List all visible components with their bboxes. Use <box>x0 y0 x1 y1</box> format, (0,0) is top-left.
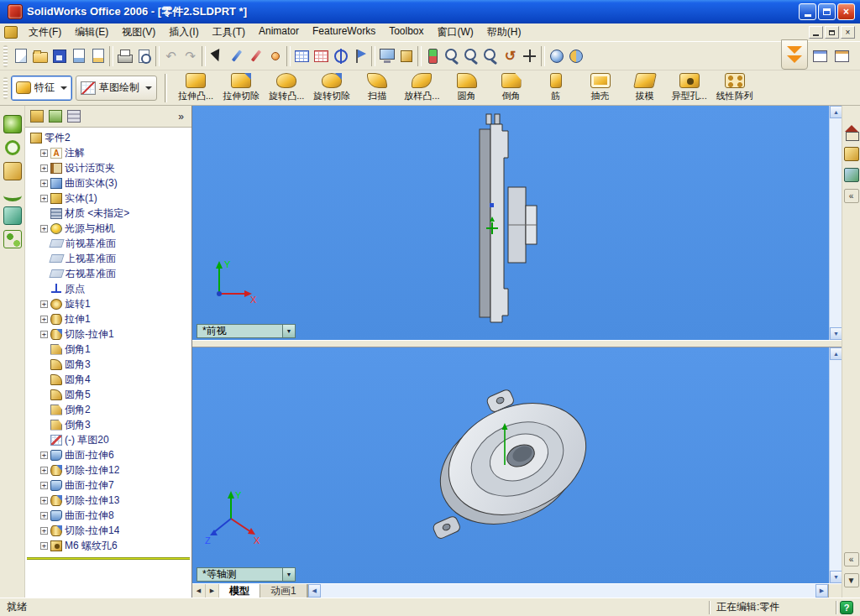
expander-icon[interactable] <box>40 421 48 429</box>
feature-button[interactable]: 放样凸... <box>401 72 443 103</box>
zoom-fit-icon[interactable] <box>443 46 462 66</box>
tab-animation1[interactable]: 动画1 <box>260 584 307 598</box>
texture-icon[interactable] <box>844 168 859 182</box>
rotate-view-icon[interactable] <box>501 46 520 66</box>
fillet-surface-tool-icon[interactable] <box>3 206 22 225</box>
feature-button[interactable]: 拉伸凸... <box>175 72 217 103</box>
expander-icon[interactable]: + <box>40 164 48 172</box>
tree-item[interactable]: 倒角2 <box>25 402 191 417</box>
chevron-down-icon[interactable] <box>145 86 152 90</box>
tab-model[interactable]: 模型 <box>219 584 260 598</box>
view-orientation-combo[interactable]: *等轴测 ▼ <box>197 567 296 582</box>
expander-icon[interactable]: + <box>40 300 48 308</box>
view-orientation-icon[interactable] <box>377 46 396 66</box>
mdi-restore-button[interactable] <box>825 26 839 39</box>
chevron-down-icon[interactable]: ▼ <box>282 325 295 337</box>
expander-icon[interactable]: + <box>40 149 48 157</box>
view-orientation-combo[interactable]: *前视 ▼ <box>197 324 296 338</box>
zoom-in-out-icon[interactable] <box>481 46 501 66</box>
menu-item[interactable]: FeatureWorks <box>306 23 382 41</box>
tree-item[interactable]: + 曲面实体(3) <box>25 175 191 191</box>
toolbar-drag-handle[interactable] <box>3 77 8 99</box>
expander-icon[interactable]: + <box>40 225 48 232</box>
scroll-up-icon[interactable]: ▲ <box>830 106 842 118</box>
new-document-icon[interactable] <box>11 46 30 66</box>
tree-item[interactable]: + 拉伸1 <box>25 311 191 326</box>
tree-item[interactable]: + 旋转1 <box>25 296 191 311</box>
feature-button[interactable]: 扫描 <box>356 72 398 103</box>
tree-item[interactable]: + M6 螺纹孔6 <box>25 538 191 553</box>
tree-item[interactable]: + 实体(1) <box>25 191 191 206</box>
viewport-scrollbar[interactable]: ▲ ▼ <box>829 347 842 583</box>
expander-icon[interactable] <box>40 270 48 278</box>
feature-button[interactable]: 异型孔... <box>669 72 711 103</box>
scroll-up-icon[interactable]: ▲ <box>830 347 842 360</box>
tree-item[interactable]: + 曲面-拉伸6 <box>25 447 191 462</box>
tree-item[interactable]: + 设计活页夹 <box>25 160 191 175</box>
display-style-icon[interactable] <box>396 46 416 66</box>
tree-item[interactable]: + 切除-拉伸1 <box>25 326 191 342</box>
minimize-button[interactable] <box>799 3 816 20</box>
viewport-isometric[interactable]: Y X Z *等轴测 ▼ ▲ ▼ <box>192 347 842 583</box>
menu-item[interactable]: Animator <box>252 23 306 41</box>
expander-icon[interactable]: + <box>40 452 48 459</box>
dimension-icon[interactable] <box>246 46 265 66</box>
sketch-icon[interactable] <box>227 46 246 66</box>
tree-item[interactable]: + 光源与相机 <box>25 221 191 236</box>
feature-button[interactable]: 线性阵列 <box>713 72 757 103</box>
tab-scroll-left-icon[interactable]: ◀ <box>192 584 206 598</box>
section-view-icon[interactable] <box>566 46 585 66</box>
task-pane-window-icon[interactable] <box>810 46 830 66</box>
appearance-icon[interactable] <box>844 147 859 161</box>
expander-icon[interactable]: + <box>40 542 48 550</box>
make-assembly-icon[interactable] <box>88 46 108 66</box>
expander-icon[interactable] <box>40 391 48 399</box>
mdi-minimize-button[interactable] <box>809 26 823 39</box>
scroll-down-icon[interactable]: ▼ <box>830 327 842 340</box>
save-icon[interactable] <box>50 46 69 66</box>
menu-item[interactable]: 文件(F) <box>22 23 68 41</box>
tree-item[interactable]: 前视基准面 <box>25 236 191 251</box>
collapse-chevron-icon[interactable]: « <box>844 552 859 566</box>
expander-icon[interactable] <box>40 406 48 414</box>
tree-item[interactable]: (-) 草图20 <box>25 432 191 447</box>
tab-scroll-right-icon[interactable]: ▶ <box>206 584 219 598</box>
featuremanager-tab-icon[interactable] <box>30 110 44 123</box>
feature-button[interactable]: 抽壳 <box>579 72 621 103</box>
tree-item[interactable]: + 切除-拉伸14 <box>25 523 191 538</box>
point-icon[interactable] <box>265 46 285 66</box>
feature-button[interactable]: 筋 <box>535 72 577 103</box>
features-tab-button[interactable]: 特征 <box>11 76 72 101</box>
expander-icon[interactable]: + <box>40 527 48 535</box>
menu-item[interactable]: 帮助(H) <box>480 23 528 41</box>
tree-item[interactable]: 圆角3 <box>25 357 191 372</box>
equations-icon[interactable] <box>312 46 331 66</box>
propertymanager-tab-icon[interactable] <box>49 110 62 123</box>
tree-item[interactable]: + 切除-拉伸12 <box>25 462 191 478</box>
feature-button[interactable]: 拉伸切除 <box>219 72 263 103</box>
expander-icon[interactable]: + <box>40 316 48 323</box>
spline-tool-icon[interactable] <box>3 115 22 133</box>
make-drawing-icon[interactable] <box>69 46 88 66</box>
tree-item[interactable]: + 注解 <box>25 145 191 160</box>
chevron-down-icon[interactable]: ▼ <box>282 568 295 581</box>
tree-item[interactable]: + 曲面-拉伸7 <box>25 478 191 493</box>
expander-icon[interactable] <box>40 436 48 444</box>
menu-item[interactable]: 窗口(W) <box>431 23 480 41</box>
expander-icon[interactable] <box>40 210 48 217</box>
selection-filter-icon[interactable] <box>331 46 350 66</box>
close-button[interactable]: × <box>837 3 855 20</box>
expander-icon[interactable]: + <box>40 482 48 489</box>
expander-icon[interactable] <box>40 361 48 368</box>
configurationmanager-tab-icon[interactable] <box>67 110 81 123</box>
expander-icon[interactable] <box>40 285 48 293</box>
feature-button[interactable]: 圆角 <box>446 72 488 103</box>
expander-icon[interactable] <box>40 240 48 248</box>
expander-icon[interactable]: + <box>40 497 48 504</box>
zoom-area-icon[interactable] <box>462 46 481 66</box>
feature-button[interactable]: 倒角 <box>490 72 532 103</box>
rebuild-icon[interactable] <box>423 46 443 66</box>
tree-item[interactable]: + 切除-拉伸13 <box>25 493 191 508</box>
horizontal-scrollbar[interactable]: ◀ ▶ <box>307 584 828 598</box>
collapse-chevron-icon[interactable]: « <box>844 189 859 203</box>
